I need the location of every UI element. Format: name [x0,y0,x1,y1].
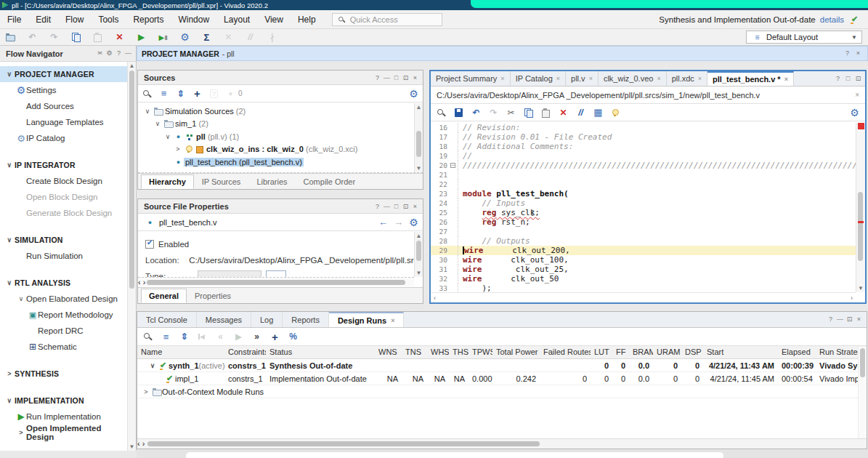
code-line[interactable]: 29wire clk_out_200, [431,246,856,255]
editor-tab-project-summary[interactable]: Project Summary× [431,71,511,86]
sidebar-item-open-implemented-design[interactable]: >Open Implemented Design [0,425,127,441]
properties-scrollbar[interactable]: ▲ ▼ [414,232,423,277]
code-line[interactable]: 33 ); [431,284,856,292]
column-header-total_power[interactable]: Total Power [492,346,540,358]
help-icon[interactable]: ? [373,202,382,212]
sidebar-item-open-elaborated-design[interactable]: ∨Open Elaborated Design [0,291,127,307]
help-icon[interactable]: ? [843,49,852,58]
menu-item-tools[interactable]: Tools [91,15,126,25]
run-icon[interactable] [135,31,147,43]
column-header-constraints[interactable]: Constraints [224,346,266,358]
help-icon[interactable]: ? [373,73,382,83]
column-header-lut[interactable]: LUT [591,346,612,358]
scroll-down-icon[interactable]: ▼ [415,269,423,277]
chevron-down-icon[interactable]: ∨ [16,295,26,302]
column-header-failed_routes[interactable]: Failed Routes [540,346,591,358]
properties-tab-properties[interactable]: Properties [187,289,239,303]
scroll-right-icon[interactable]: › [143,278,146,286]
type-spinner[interactable] [266,270,286,277]
maximize-icon[interactable]: □ [392,73,401,83]
code-line[interactable]: 19// [431,151,856,161]
chevron-down-icon[interactable]: ∨ [153,120,163,127]
collapse-icon[interactable] [160,331,172,342]
paste-icon[interactable] [540,107,552,118]
minimize-icon[interactable]: — [382,202,392,212]
sidebar-item-language-templates[interactable]: Language Templates [0,114,127,130]
collapse-icon[interactable] [158,88,170,100]
code-line[interactable]: 16// Revision: [431,123,856,132]
sidebar-section-project-manager[interactable]: ∨PROJECT MANAGER [0,66,127,82]
sidebar-section-rtl-analysis[interactable]: ∨RTL ANALYSIS [0,275,127,291]
minimize-icon[interactable]: — [123,49,133,58]
percent-icon[interactable] [287,331,299,342]
quick-access-input[interactable]: Quick Access [332,13,442,26]
float-icon[interactable]: ⊡ [401,202,410,212]
close-icon[interactable]: × [853,49,863,58]
code-line[interactable]: 25 reg sys_clk; [431,208,856,217]
code-line[interactable]: 21 [431,170,856,180]
column-header-tpws[interactable]: TPWS [469,346,492,358]
chevron-down-icon[interactable]: ∨ [147,362,158,369]
close-icon[interactable]: × [854,315,864,324]
design-runs-vscrollbar[interactable] [858,347,867,438]
search-icon[interactable] [141,88,153,100]
close-icon[interactable]: × [855,91,859,99]
columns-icon[interactable] [592,107,604,118]
code-line[interactable]: 23module pll_test_bench( [431,189,856,198]
properties-hscrollbar[interactable]: ‹ › [138,277,414,286]
help-icon[interactable]: ? [826,315,835,324]
float-icon[interactable]: ⊡ [845,315,854,324]
search-icon[interactable] [142,331,154,342]
open-folder-icon[interactable] [4,31,17,43]
add-icon[interactable] [191,88,203,100]
chevron-right-icon[interactable]: > [16,429,26,436]
bottom-tab-log[interactable]: Log [251,312,283,327]
editor-tab-ip-catalog[interactable]: IP Catalog× [511,71,566,86]
sources-tab-ip-sources[interactable]: IP Sources [194,174,249,189]
scrollbar-thumb[interactable] [129,71,134,289]
float-icon[interactable]: ⊡ [401,73,410,83]
scrollbar-thumb[interactable] [416,131,421,157]
bottom-tab-messages[interactable]: Messages [197,312,251,327]
scrollbar-thumb[interactable] [860,348,865,377]
chevron-down-icon[interactable]: ∨ [4,236,15,244]
editor-tab-clk-wiz-0-veo[interactable]: clk_wiz_0.veo× [599,71,667,86]
chevron-right-icon[interactable]: > [141,388,151,395]
gear-icon[interactable]: ⚙ [105,49,114,58]
scroll-down-icon[interactable]: ▼ [415,164,423,172]
sidebar-item-ip-catalog[interactable]: IP Catalog [0,130,127,146]
gear-icon[interactable] [407,217,420,228]
tree-item[interactable]: >clk_wiz_o_ins : clk_wiz_0 (clk_wiz_0.xc… [138,143,414,156]
flow-navigator-scrollbar[interactable]: ▲ ▼ [127,62,136,451]
help-icon[interactable]: ? [114,49,123,58]
expand-icon[interactable] [174,88,187,100]
scroll-up-icon[interactable]: ▲ [415,103,423,111]
menu-item-reports[interactable]: Reports [126,15,171,25]
maximize-icon[interactable]: □ [843,74,853,84]
code-line[interactable]: 24 // Inputs [431,198,856,208]
sidebar-item-run-implementation[interactable]: Run Implementation [0,409,127,425]
delete-icon[interactable] [557,107,569,118]
sources-scrollbar[interactable]: ▲ ▼ [414,103,423,172]
code-line[interactable]: 27 [431,227,856,236]
sources-tab-hierarchy[interactable]: Hierarchy [141,174,194,189]
code-line[interactable]: 32wire clk_out_50 [431,274,856,284]
chevron-down-icon[interactable]: ∨ [4,71,15,78]
chevron-down-icon[interactable]: ∨ [4,161,15,169]
tree-item[interactable]: ∨pll (pll.v) (1) [138,130,414,143]
sources-tab-libraries[interactable]: Libraries [248,174,295,189]
code-line[interactable]: 18// Additional Comments: [431,142,856,151]
scroll-down-icon[interactable]: ▼ [856,284,865,292]
code-line[interactable]: 17// Revision 0.01 - File Created [431,132,856,142]
type-select[interactable] [198,270,261,277]
help-icon[interactable]: ? [833,74,843,84]
column-header-bram[interactable]: BRAM [629,346,653,358]
column-header-ff[interactable]: FF [612,346,629,358]
editor-tab-pll-v[interactable]: pll.v× [566,71,599,86]
sidebar-item-report-methodology[interactable]: Report Methodology [0,307,127,323]
close-icon[interactable]: × [589,75,593,82]
close-icon[interactable]: × [410,73,420,83]
table-row[interactable]: ∨synth_1 (active)constrs_1Synthesis Out-… [137,359,867,372]
maximize-icon[interactable]: □ [392,202,401,212]
code-line[interactable]: 22 [431,180,856,189]
